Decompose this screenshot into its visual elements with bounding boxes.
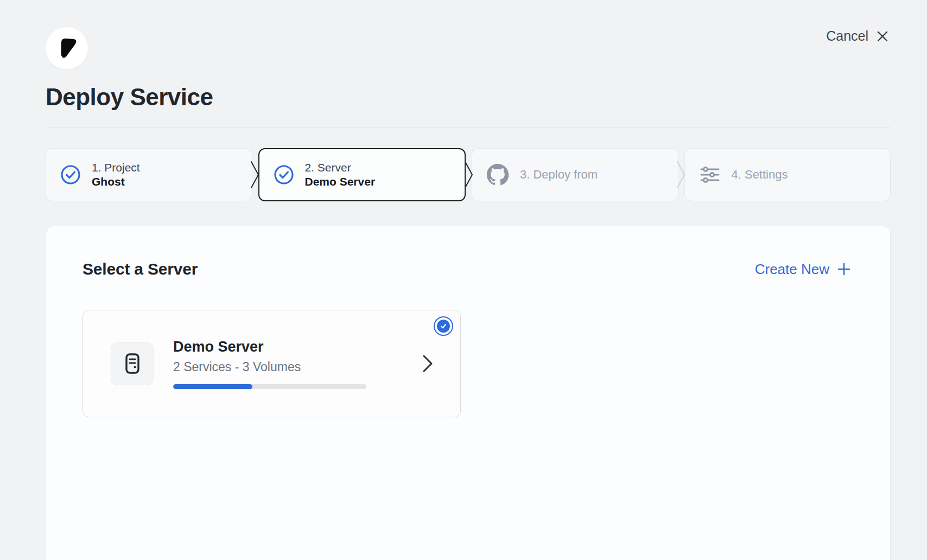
check-icon — [440, 322, 447, 330]
selected-check-badge-inner — [437, 320, 450, 333]
step-4-text: 4. Settings — [732, 167, 788, 182]
step-separator-2 — [466, 148, 472, 201]
step-3-deploy-from[interactable]: 3. Deploy from — [472, 148, 678, 201]
select-server-panel: Select a Server Create New Demo Server — [46, 226, 891, 560]
deploy-service-modal: Cancel Deploy Service 1. Project Ghost — [0, 0, 927, 560]
modal-header: Cancel Deploy Service — [0, 0, 927, 128]
sliders-icon — [699, 164, 721, 186]
github-icon — [486, 163, 509, 186]
step-separator-3 — [678, 148, 684, 201]
server-card-demo-server[interactable]: Demo Server 2 Services - 3 Volumes — [82, 310, 461, 417]
check-circle-icon — [274, 164, 294, 185]
wizard-steps: 1. Project Ghost 2. Server Demo Server — [46, 148, 891, 201]
step-4-settings[interactable]: 4. Settings — [684, 148, 891, 201]
header-divider — [46, 127, 891, 128]
server-usage-progressbar — [173, 384, 366, 389]
chevron-right-icon — [421, 354, 434, 373]
step-1-text: 1. Project Ghost — [92, 161, 140, 189]
step-3-text: 3. Deploy from — [520, 167, 598, 182]
page-title: Deploy Service — [46, 84, 891, 111]
step-1-value: Ghost — [92, 175, 140, 189]
step-3-label: 3. Deploy from — [520, 167, 598, 182]
step-4-label: 4. Settings — [732, 167, 788, 182]
chevron-right-icon — [250, 160, 261, 189]
logo-glyph-icon — [54, 36, 79, 61]
check-circle-icon — [60, 164, 81, 185]
server-icon — [121, 352, 144, 375]
close-icon — [876, 30, 889, 43]
app-logo — [46, 27, 88, 69]
step-1-label: 1. Project — [92, 161, 140, 175]
panel-header: Select a Server Create New — [82, 260, 851, 278]
step-2-label: 2. Server — [305, 161, 376, 175]
server-info: Demo Server 2 Services - 3 Volumes — [173, 339, 395, 389]
server-name: Demo Server — [173, 339, 395, 355]
chevron-right-icon — [676, 160, 687, 189]
plus-icon — [837, 262, 851, 276]
step-separator-1 — [252, 148, 258, 201]
server-meta: 2 Services - 3 Volumes — [173, 360, 395, 374]
step-2-text: 2. Server Demo Server — [305, 161, 376, 189]
create-new-label: Create New — [755, 261, 829, 278]
server-usage-progress-fill — [173, 384, 252, 389]
chevron-right-icon — [464, 160, 474, 189]
selected-check-badge — [434, 316, 453, 336]
create-new-button[interactable]: Create New — [755, 261, 851, 278]
server-icon-box — [111, 342, 154, 385]
step-1-project[interactable]: 1. Project Ghost — [46, 148, 252, 201]
cancel-button[interactable]: Cancel — [826, 28, 889, 44]
step-2-server[interactable]: 2. Server Demo Server — [258, 148, 466, 201]
step-2-value: Demo Server — [305, 175, 376, 189]
panel-heading: Select a Server — [82, 260, 198, 278]
cancel-label: Cancel — [826, 28, 868, 44]
